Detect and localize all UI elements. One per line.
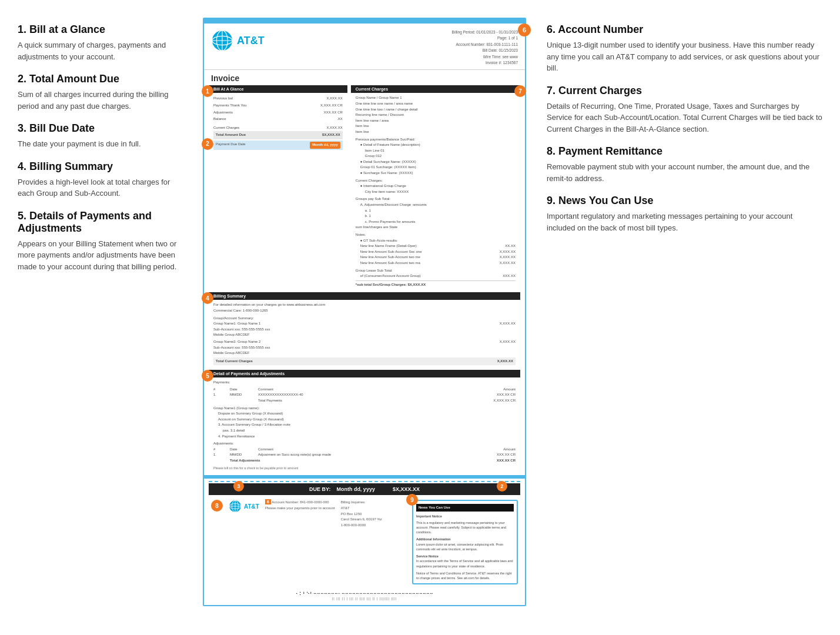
section6-body: Unique 13-digit number used to identify … <box>547 39 822 74</box>
barcode-area: ⠂⠅⠃⠑⠃⠒⠒⠒⠒⠒⠒⠒⠂⠒⠒⠒⠒⠒⠒⠒⠒⠒⠒⠒⠒⠒⠒⠒⠒⠒⠒⠒⠒⠒⠒⠒⠒⠒⠒ … <box>204 589 525 605</box>
section9-body: Important regulatory and marketing messa… <box>547 210 822 233</box>
section2-heading: 2. Total Amount Due <box>18 73 182 85</box>
due-by-label: DUE BY: <box>309 486 330 492</box>
news-box-content: Important Notice This is a regulatory an… <box>416 514 514 580</box>
remittance-info: 6 Account Number: 841-000-0000-000 Pleas… <box>265 500 335 510</box>
payments-detail-body: Payments: # Date Comment Amount 1. MM/DD… <box>209 377 520 473</box>
badge-8: 8 <box>211 500 223 512</box>
billing-summary-header: Billing Summary <box>209 292 520 300</box>
section3-heading: 3. Bill Due Date <box>18 122 182 135</box>
badge-2b: 2 <box>497 481 507 492</box>
remittance-logo: AT&T <box>229 500 259 513</box>
section3-body: The date your payment is due in full. <box>18 138 182 150</box>
section6-heading: 6. Account Number <box>547 24 822 36</box>
billing-summary-body: For detailed information on your charges… <box>209 300 520 367</box>
section2-body: Sum of all charges incurred during the b… <box>18 89 182 112</box>
invoice-title: Invoice <box>204 70 525 85</box>
badge-7: 7 <box>514 85 526 97</box>
section7-heading: 7. Current Charges <box>547 85 822 97</box>
remittance-section: 8 AT&T 6 Account Number: 841-000-0000-00… <box>204 495 525 589</box>
bill-at-glance-section: Bill At A Glance Previous balX,XXX.XX Pa… <box>209 85 347 290</box>
invoice-header: AT&T Billing Period: 01/01/2023 - 01/31/… <box>204 24 525 70</box>
invoice-document: AT&T Billing Period: 01/01/2023 - 01/31/… <box>203 18 526 606</box>
section5-body: Appears on your Billing Statement when t… <box>18 238 182 273</box>
att-brand-name: AT&T <box>237 35 265 47</box>
barcode-line: ⠂⠅⠃⠑⠃⠒⠒⠒⠒⠒⠒⠒⠂⠒⠒⠒⠒⠒⠒⠒⠒⠒⠒⠒⠒⠒⠒⠒⠒⠒⠒⠒⠒⠒⠒⠒⠒⠒⠒ <box>209 591 520 597</box>
section8-body: Removable payment stub with your account… <box>547 161 822 184</box>
bill-glance-header: Bill At A Glance <box>209 85 347 93</box>
right-column: 6. Account Number Unique 13-digit number… <box>535 12 828 623</box>
due-by-bar: 3 DUE BY: Month dd, yyyy $X,XXX.XX 2 <box>209 483 520 495</box>
current-charges-body: Group Name / Group Name 1 One time line … <box>351 93 520 290</box>
badge-2a: 2 <box>202 138 213 150</box>
due-by-date: Month dd, yyyy <box>336 486 375 492</box>
badge-3-inline: Month dd, yyyy <box>310 142 340 149</box>
att-globe-icon <box>211 29 233 52</box>
news-box-container: 9 News You Can Use Important Notice This… <box>412 500 518 584</box>
section1-heading: 1. Bill at a Glance <box>18 24 182 36</box>
section1-body: A quick summary of charges, payments and… <box>18 39 182 62</box>
section9-heading: 9. News You Can Use <box>547 195 822 207</box>
remittance-dashed-line <box>209 481 520 482</box>
invoice-header-info: Billing Period: 01/01/2023 - 01/31/2023 … <box>452 29 518 66</box>
invoice-top-bar <box>204 19 525 24</box>
badge-6-top: 6 <box>518 24 531 36</box>
bill-glance-body: Previous balX,XXX.XX Payments Thank YouX… <box>209 93 347 152</box>
att-logo-area: AT&T <box>211 29 265 52</box>
current-charges-section: 7 Current Charges Group Name / Group Nam… <box>351 85 520 290</box>
left-column: 1. Bill at a Glance A quick summary of c… <box>12 12 194 623</box>
remittance-att-name: AT&T <box>244 503 259 510</box>
section5-heading: 5. Details of Payments and Adjustments <box>18 210 182 235</box>
remittance-divider-bar <box>204 475 525 479</box>
news-you-can-use-box: News You Can Use Important Notice This i… <box>412 500 518 584</box>
section4-heading: 4. Billing Summary <box>18 161 182 173</box>
current-charges-header: Current Charges <box>351 85 520 93</box>
badge-3-bar: 3 <box>233 481 244 492</box>
due-by-amount: $X,XXX.XX <box>393 486 420 492</box>
news-box-header: News You Can Use <box>416 504 514 512</box>
section7-body: Details of Recurring, One Time, Prorated… <box>547 101 822 135</box>
section8-heading: 8. Payment Remittance <box>547 145 822 158</box>
att-globe-small-icon <box>229 500 242 513</box>
center-column: AT&T Billing Period: 01/01/2023 - 01/31/… <box>194 12 535 623</box>
remittance-address-area: Billing Inquiries: AT&T PO Box 1250 Caro… <box>341 500 406 528</box>
badge-6-remittance: 6 <box>265 499 271 504</box>
section4-body: Provides a high-level look at total char… <box>18 176 182 199</box>
barcode-text: || ||| || | ||| || |||| ||| || | |||||||… <box>209 597 520 600</box>
payments-detail-header: Detail of Payments and Adjustments <box>209 370 520 377</box>
